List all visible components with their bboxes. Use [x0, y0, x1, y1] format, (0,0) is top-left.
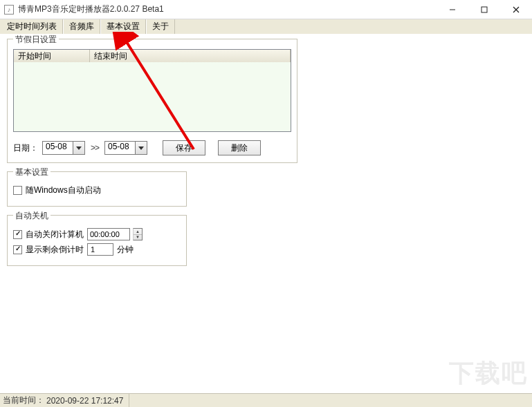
autostart-label[interactable]: 随Windows自动启动: [26, 184, 101, 196]
client-area: 节假日设置 开始时间 结束时间 日期： 05-08 >> 05-08 保存 删除: [0, 35, 532, 278]
date-label: 日期：: [13, 142, 38, 154]
listview-header: 开始时间 结束时间: [14, 50, 291, 62]
autoshut-row: 自动关闭计算机 00:00:00 ▲ ▼: [13, 228, 181, 240]
menu-schedule-list[interactable]: 定时时间列表: [1, 19, 63, 34]
autoshut-time-field[interactable]: 00:00:00: [87, 228, 130, 240]
holiday-listview[interactable]: 开始时间 结束时间: [13, 49, 291, 132]
autoshut-label[interactable]: 自动关闭计算机: [26, 229, 84, 240]
spinner-up-icon[interactable]: ▲: [136, 229, 140, 234]
menu-basic-settings[interactable]: 基本设置: [100, 19, 146, 34]
date-from-combo[interactable]: 05-08: [42, 141, 85, 155]
autostart-row: 随Windows自动启动: [13, 184, 181, 196]
delete-button[interactable]: 删除: [218, 140, 261, 155]
holiday-legend: 节假日设置: [13, 34, 59, 46]
save-button[interactable]: 保存: [163, 140, 205, 155]
menubar: 定时时间列表 音频库 基本设置 关于: [0, 19, 532, 35]
minimize-button[interactable]: [437, 0, 468, 19]
window-title: 博青MP3音乐定时播放器2.0.0.27 Beta1: [18, 3, 164, 15]
menu-about[interactable]: 关于: [146, 19, 175, 34]
shutdown-legend: 自动关机: [13, 210, 51, 222]
maximize-button[interactable]: [468, 0, 500, 19]
menu-audio-library[interactable]: 音频库: [63, 19, 100, 34]
watermark: 下载吧: [449, 357, 528, 390]
svg-rect-1: [481, 7, 487, 12]
status-time-value: 2020-09-22 17:12:47: [46, 396, 123, 406]
autostart-checkbox[interactable]: [13, 186, 22, 195]
date-to-combo[interactable]: 05-08: [104, 141, 147, 155]
spinner-down-icon[interactable]: ▼: [136, 235, 140, 239]
basic-legend: 基本设置: [13, 167, 51, 178]
countdown-label[interactable]: 显示剩余倒计时: [26, 244, 84, 256]
to-arrow: >>: [89, 143, 100, 153]
window-controls: [437, 0, 532, 19]
statusbar: 当前时间： 2020-09-22 17:12:47: [0, 393, 532, 407]
autoshut-checkbox[interactable]: [13, 230, 22, 239]
chevron-down-icon[interactable]: [135, 141, 147, 155]
countdown-unit: 分钟: [117, 244, 134, 256]
listview-body[interactable]: [14, 62, 291, 131]
holiday-group: 节假日设置 开始时间 结束时间 日期： 05-08 >> 05-08 保存 删除: [7, 39, 297, 163]
close-button[interactable]: [500, 0, 532, 19]
titlebar: ♪ 博青MP3音乐定时播放器2.0.0.27 Beta1: [0, 0, 532, 19]
date-to-value[interactable]: 05-08: [104, 141, 135, 155]
col-end-time[interactable]: 结束时间: [90, 50, 291, 62]
autoshut-time-spinner[interactable]: ▲ ▼: [133, 228, 143, 240]
app-icon: ♪: [4, 5, 14, 15]
auto-shutdown-group: 自动关机 自动关闭计算机 00:00:00 ▲ ▼ 显示剩余倒计时 1 分钟: [7, 215, 187, 266]
basic-settings-group: 基本设置 随Windows自动启动: [7, 171, 187, 207]
col-start-time[interactable]: 开始时间: [14, 50, 90, 62]
date-from-value[interactable]: 05-08: [42, 141, 73, 155]
countdown-checkbox[interactable]: [13, 245, 22, 254]
countdown-value-field[interactable]: 1: [87, 243, 113, 256]
date-row: 日期： 05-08 >> 05-08 保存 删除: [13, 140, 291, 155]
status-time-label: 当前时间：: [3, 395, 44, 406]
countdown-row: 显示剩余倒计时 1 分钟: [13, 243, 181, 256]
chevron-down-icon[interactable]: [73, 141, 85, 155]
